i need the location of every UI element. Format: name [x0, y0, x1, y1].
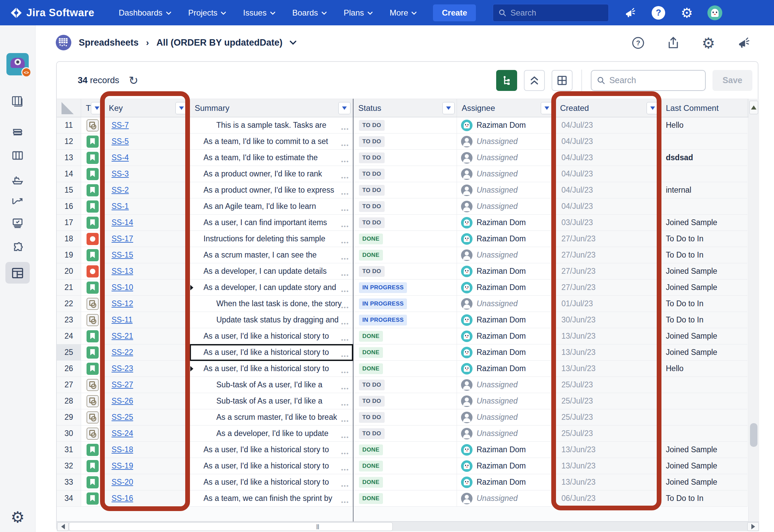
issue-key-link[interactable]: SS-10 — [112, 283, 133, 292]
collapse-all-button[interactable] — [524, 70, 545, 91]
assignee-cell[interactable]: Unassigned — [457, 166, 555, 182]
status-cell[interactable]: DONE — [353, 328, 457, 344]
releases-icon[interactable] — [11, 173, 24, 187]
horizontal-scrollbar[interactable]: ‖ — [57, 522, 759, 531]
key-cell[interactable]: SS-3 — [104, 166, 190, 182]
row-number-cell[interactable]: 15 — [57, 182, 81, 198]
expand-dots-icon[interactable]: ••• — [341, 499, 349, 505]
status-cell[interactable]: TO DO — [353, 134, 457, 150]
type-cell[interactable] — [81, 377, 104, 393]
created-cell[interactable]: 13/Jun/23 — [555, 328, 661, 344]
last-comment-cell[interactable]: Joined Sample — [661, 215, 748, 231]
expand-dots-icon[interactable]: ••• — [341, 191, 349, 197]
key-cell[interactable]: SS-23 — [104, 361, 190, 377]
expand-dots-icon[interactable]: ••• — [341, 240, 349, 245]
created-cell[interactable]: 27/Jun/23 — [555, 263, 661, 280]
assignee-cell[interactable]: Raziman Dom — [457, 215, 555, 231]
created-cell[interactable]: 13/Jun/23 — [555, 474, 661, 490]
type-cell[interactable] — [81, 117, 104, 134]
scroll-left-button[interactable] — [57, 522, 69, 531]
status-cell[interactable]: TO DO — [353, 150, 457, 166]
expand-dots-icon[interactable]: ••• — [341, 386, 349, 391]
expand-dots-icon[interactable]: ••• — [341, 305, 349, 310]
type-cell[interactable] — [81, 280, 104, 296]
key-cell[interactable]: SS-18 — [104, 442, 190, 458]
settings-gear-icon[interactable]: ⚙ — [10, 508, 24, 526]
column-header-key[interactable]: Key — [104, 99, 190, 117]
type-cell[interactable] — [81, 393, 104, 409]
row-number-cell[interactable]: 18 — [57, 231, 81, 247]
issue-key-link[interactable]: SS-24 — [112, 429, 133, 438]
row-number-cell[interactable]: 22 — [57, 296, 81, 312]
key-cell[interactable]: SS-10 — [104, 280, 190, 296]
expand-dots-icon[interactable]: ••• — [341, 223, 349, 229]
summary-filter-dropdown[interactable] — [338, 102, 350, 114]
created-cell[interactable]: 30/Jun/23 — [555, 312, 661, 328]
created-cell[interactable]: 03/Jul/23 — [555, 215, 661, 231]
expand-dots-icon[interactable]: ••• — [341, 337, 349, 343]
help-icon[interactable]: ? — [651, 5, 666, 21]
issue-key-link[interactable]: SS-25 — [112, 413, 133, 422]
assignee-cell[interactable]: Raziman Dom — [457, 474, 555, 490]
type-cell[interactable] — [81, 150, 104, 166]
column-header-summary[interactable]: Summary — [190, 99, 353, 117]
status-cell[interactable]: DONE — [353, 361, 457, 377]
last-comment-cell[interactable]: To Do to In — [661, 490, 748, 507]
row-number-cell[interactable]: 32 — [57, 458, 81, 474]
create-button[interactable]: Create — [433, 4, 476, 21]
issue-key-link[interactable]: SS-22 — [112, 348, 133, 357]
expand-dots-icon[interactable]: ••• — [341, 207, 349, 213]
last-comment-cell[interactable] — [661, 166, 748, 182]
created-cell[interactable]: 04/Jul/23 — [555, 182, 661, 198]
created-cell[interactable]: 06/Jun/23 — [555, 490, 661, 507]
select-all-corner[interactable] — [57, 99, 81, 117]
last-comment-cell[interactable]: Hello — [661, 361, 748, 377]
nav-item-boards[interactable]: Boards — [292, 8, 327, 18]
type-cell[interactable] — [81, 442, 104, 458]
key-cell[interactable]: SS-21 — [104, 328, 190, 344]
expand-dots-icon[interactable]: ••• — [341, 369, 349, 375]
row-number-cell[interactable]: 31 — [57, 442, 81, 458]
help-icon[interactable]: ? — [631, 35, 646, 50]
last-comment-cell[interactable] — [661, 134, 748, 150]
created-cell[interactable]: 04/Jul/23 — [555, 134, 661, 150]
issue-key-link[interactable]: SS-26 — [112, 396, 133, 406]
row-number-cell[interactable]: 27 — [57, 377, 81, 393]
last-comment-cell[interactable]: Joined Sample — [661, 280, 748, 296]
status-cell[interactable]: IN PROGRESS — [353, 312, 457, 328]
summary-cell[interactable]: As a developer, I can update details••• — [190, 263, 353, 280]
status-cell[interactable]: TO DO — [353, 426, 457, 442]
assignee-cell[interactable]: Unassigned — [457, 409, 555, 426]
key-cell[interactable]: SS-27 — [104, 377, 190, 393]
columns-icon[interactable] — [11, 149, 24, 163]
last-comment-cell[interactable] — [661, 377, 748, 393]
nav-item-issues[interactable]: Issues — [243, 8, 275, 18]
last-comment-cell[interactable]: Joined Sample — [661, 474, 748, 490]
created-cell[interactable]: 13/Jun/23 — [555, 458, 661, 474]
summary-cell[interactable]: Sub-task of As a user, I'd like a••• — [190, 377, 353, 393]
type-cell[interactable] — [81, 490, 104, 507]
created-cell[interactable]: 13/Jun/23 — [555, 442, 661, 458]
row-number-cell[interactable]: 14 — [57, 166, 81, 182]
row-number-cell[interactable]: 29 — [57, 409, 81, 426]
scroll-up-button[interactable] — [749, 101, 758, 114]
type-cell[interactable] — [81, 409, 104, 426]
key-cell[interactable]: SS-15 — [104, 247, 190, 263]
type-cell[interactable] — [81, 134, 104, 150]
created-cell[interactable]: 13/Jun/23 — [555, 344, 661, 361]
row-number-cell[interactable]: 21 — [57, 280, 81, 296]
key-cell[interactable]: SS-4 — [104, 150, 190, 166]
key-cell[interactable]: SS-11 — [104, 312, 190, 328]
row-number-cell[interactable]: 30 — [57, 426, 81, 442]
issue-key-link[interactable]: SS-17 — [112, 234, 133, 243]
status-cell[interactable]: DONE — [353, 247, 457, 263]
last-comment-cell[interactable]: To Do to In — [661, 296, 748, 312]
nav-item-more[interactable]: More — [390, 8, 417, 18]
gear-icon[interactable]: ⚙ — [679, 5, 695, 21]
expand-dots-icon[interactable]: ••• — [341, 256, 349, 262]
summary-cell[interactable]: As a user, I'd like a historical story t… — [190, 344, 353, 361]
status-cell[interactable]: TO DO — [353, 166, 457, 182]
last-comment-cell[interactable]: Joined Sample — [661, 344, 748, 361]
status-cell[interactable]: TO DO — [353, 377, 457, 393]
type-cell[interactable] — [81, 166, 104, 182]
